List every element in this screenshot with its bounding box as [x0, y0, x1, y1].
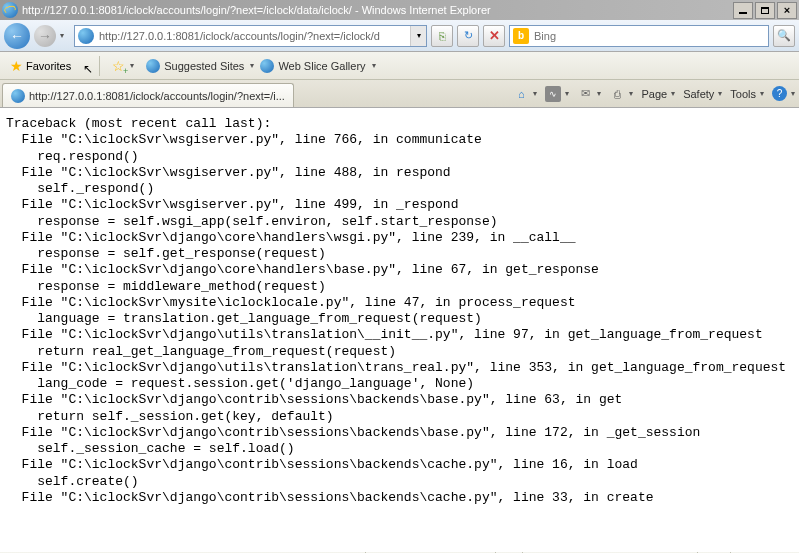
- web-slice-label: Web Slice Gallery: [278, 60, 365, 72]
- search-bar: b: [509, 25, 769, 47]
- star-add-icon: ☆+: [112, 58, 125, 74]
- print-button[interactable]: ⎙▾: [609, 86, 633, 102]
- feeds-button[interactable]: ∿▾: [545, 86, 569, 102]
- tab-bar: http://127.0.0.1:8081/iclock/accounts/lo…: [0, 80, 799, 108]
- compat-button[interactable]: ⎘: [431, 25, 453, 47]
- read-mail-button[interactable]: ✉▾: [577, 86, 601, 102]
- title-bar: http://127.0.0.1:8081/iclock/accounts/lo…: [0, 0, 799, 20]
- search-button[interactable]: 🔍: [773, 25, 795, 47]
- favorites-label: Favorites: [26, 60, 71, 72]
- window-buttons: ×: [733, 2, 797, 19]
- print-icon: ⎙: [609, 86, 625, 102]
- maximize-button[interactable]: [755, 2, 775, 19]
- refresh-button[interactable]: ↻: [457, 25, 479, 47]
- safety-label: Safety: [683, 88, 714, 100]
- suggested-sites-label: Suggested Sites: [164, 60, 244, 72]
- separator: [99, 56, 100, 76]
- page-icon: [78, 28, 94, 44]
- site-icon: [146, 59, 160, 73]
- page-content[interactable]: Traceback (most recent call last): File …: [0, 108, 799, 551]
- forward-button[interactable]: →: [34, 25, 56, 47]
- stop-button[interactable]: ✕: [483, 25, 505, 47]
- help-icon: ?: [772, 86, 787, 101]
- chevron-down-icon: ▾: [250, 61, 254, 70]
- address-bar: ▾: [74, 25, 427, 47]
- browser-tab[interactable]: http://127.0.0.1:8081/iclock/accounts/lo…: [2, 83, 294, 107]
- window-title: http://127.0.0.1:8081/iclock/accounts/lo…: [22, 4, 733, 16]
- mail-icon: ✉: [577, 86, 593, 102]
- tab-title: http://127.0.0.1:8081/iclock/accounts/lo…: [29, 90, 285, 102]
- chevron-down-icon: ▾: [372, 61, 376, 70]
- page-menu[interactable]: Page▾: [641, 88, 675, 100]
- url-input[interactable]: [97, 30, 410, 42]
- nav-history-dropdown[interactable]: ▾: [60, 31, 70, 40]
- back-button[interactable]: ←: [4, 23, 30, 49]
- cursor-icon: ↖: [83, 62, 93, 76]
- command-bar: ⌂▾ ∿▾ ✉▾ ⎙▾ Page▾ Safety▾ Tools▾ ?▾: [513, 80, 795, 107]
- favorites-bar: ★ Favorites ↖ ☆+ ▾ Suggested Sites ▾ Web…: [0, 52, 799, 80]
- ie-icon: [2, 2, 18, 18]
- rss-icon: ∿: [545, 86, 561, 102]
- tools-label: Tools: [730, 88, 756, 100]
- slice-icon: [260, 59, 274, 73]
- search-input[interactable]: [532, 30, 768, 42]
- tools-menu[interactable]: Tools▾: [730, 88, 764, 100]
- address-dropdown[interactable]: ▾: [410, 26, 426, 46]
- suggested-sites-link[interactable]: Suggested Sites ▾: [146, 59, 254, 73]
- tab-page-icon: [11, 89, 25, 103]
- add-favorite-button[interactable]: ☆+ ▾: [106, 56, 140, 76]
- page-label: Page: [641, 88, 667, 100]
- star-icon: ★: [10, 58, 23, 74]
- navigation-bar: ← → ▾ ▾ ⎘ ↻ ✕ b 🔍: [0, 20, 799, 52]
- minimize-button[interactable]: [733, 2, 753, 19]
- home-button[interactable]: ⌂▾: [513, 86, 537, 102]
- bing-icon: b: [513, 28, 529, 44]
- help-button[interactable]: ?▾: [772, 86, 795, 101]
- safety-menu[interactable]: Safety▾: [683, 88, 722, 100]
- traceback-text: Traceback (most recent call last): File …: [6, 116, 793, 506]
- close-button[interactable]: ×: [777, 2, 797, 19]
- favorites-button[interactable]: ★ Favorites: [4, 56, 77, 76]
- chevron-down-icon: ▾: [130, 61, 134, 70]
- home-icon: ⌂: [513, 86, 529, 102]
- web-slice-link[interactable]: Web Slice Gallery ▾: [260, 59, 375, 73]
